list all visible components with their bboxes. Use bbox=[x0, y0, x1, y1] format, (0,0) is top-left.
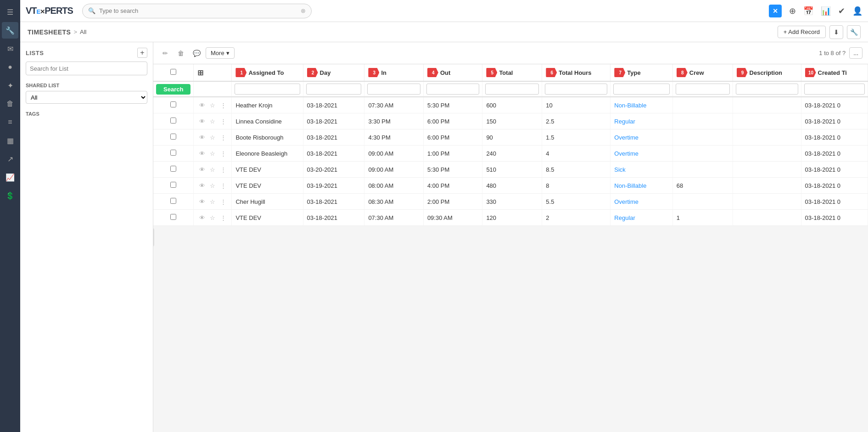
filter-crew[interactable] bbox=[672, 81, 733, 97]
row-eye-icon[interactable]: 👁 bbox=[197, 181, 207, 190]
search-button[interactable]: Search bbox=[156, 84, 190, 95]
row-more-icon[interactable]: ⋮ bbox=[218, 149, 228, 158]
filter-out-input[interactable] bbox=[426, 84, 480, 95]
delete-button[interactable]: 🗑 bbox=[174, 47, 187, 60]
row-more-icon[interactable]: ⋮ bbox=[218, 165, 228, 174]
filter-in[interactable] bbox=[364, 81, 424, 97]
row-eye-icon[interactable]: 👁 bbox=[197, 133, 207, 142]
more-dropdown-button[interactable]: More ▾ bbox=[206, 47, 235, 59]
chart-icon[interactable]: 📊 bbox=[821, 6, 831, 16]
more-options-button[interactable]: ... bbox=[849, 47, 862, 59]
row-eye-icon[interactable]: 👁 bbox=[197, 165, 207, 174]
row-star-icon[interactable]: ☆ bbox=[208, 117, 217, 126]
filter-day-input[interactable] bbox=[306, 84, 362, 95]
row-star-icon[interactable]: ☆ bbox=[208, 133, 217, 142]
row-type[interactable]: Sick bbox=[610, 162, 673, 178]
row-eye-icon[interactable]: 👁 bbox=[197, 101, 207, 110]
add-list-button[interactable]: + bbox=[137, 48, 147, 58]
filter-type[interactable] bbox=[610, 81, 673, 97]
inbox-icon[interactable]: ✉ bbox=[2, 40, 18, 57]
settings-button[interactable]: 🔧 bbox=[847, 25, 861, 39]
filter-total-input[interactable] bbox=[485, 84, 539, 95]
row-eye-icon[interactable]: 👁 bbox=[197, 149, 207, 158]
row-type[interactable]: Regular bbox=[610, 113, 673, 129]
row-type[interactable]: Non-Billable bbox=[610, 97, 673, 113]
row-more-icon[interactable]: ⋮ bbox=[218, 197, 228, 206]
filter-crew-input[interactable] bbox=[676, 84, 730, 95]
row-checkbox[interactable] bbox=[170, 150, 176, 156]
row-more-icon[interactable]: ⋮ bbox=[218, 133, 228, 142]
global-search-bar[interactable]: 🔍 ⊗ bbox=[82, 4, 312, 18]
filter-assigned-to[interactable] bbox=[232, 81, 303, 97]
filter-total[interactable] bbox=[482, 81, 542, 97]
row-checkbox[interactable] bbox=[170, 118, 176, 123]
row-star-icon[interactable]: ☆ bbox=[208, 165, 217, 174]
search-list-input[interactable] bbox=[26, 62, 147, 75]
row-star-icon[interactable]: ☆ bbox=[208, 101, 217, 110]
dollar-icon[interactable]: 💲 bbox=[2, 187, 18, 204]
select-all-checkbox[interactable] bbox=[170, 69, 176, 75]
filter-description-input[interactable] bbox=[736, 84, 798, 95]
bell-icon[interactable]: ● bbox=[2, 59, 18, 75]
row-checkbox[interactable] bbox=[170, 182, 176, 188]
row-star-icon[interactable]: ☆ bbox=[208, 181, 217, 190]
vtexperts-icon[interactable]: ✕ bbox=[769, 5, 782, 17]
shared-list-select[interactable]: All bbox=[26, 91, 147, 104]
row-created: 03-18-2021 0 bbox=[801, 194, 868, 210]
user-icon[interactable]: 👤 bbox=[852, 6, 862, 16]
filter-day[interactable] bbox=[303, 81, 364, 97]
add-icon[interactable]: ⊕ bbox=[789, 6, 796, 16]
clear-search-icon[interactable]: ⊗ bbox=[301, 7, 306, 14]
puzzle-icon[interactable]: ✦ bbox=[2, 77, 18, 94]
row-in: 07:30 AM bbox=[364, 97, 424, 113]
row-checkbox[interactable] bbox=[170, 214, 176, 220]
filter-created[interactable] bbox=[801, 81, 868, 97]
row-checkbox[interactable] bbox=[170, 101, 176, 107]
row-more-icon[interactable]: ⋮ bbox=[218, 117, 228, 126]
row-star-icon[interactable]: ☆ bbox=[208, 213, 217, 222]
row-type[interactable]: Regular bbox=[610, 210, 673, 226]
row-type[interactable]: Non-Billable bbox=[610, 178, 673, 194]
breadcrumb-actions: + Add Record ⬇ 🔧 bbox=[778, 25, 861, 39]
download-button[interactable]: ⬇ bbox=[829, 25, 843, 39]
wrench-icon[interactable]: 🔧 bbox=[2, 22, 18, 39]
row-more-icon[interactable]: ⋮ bbox=[218, 213, 228, 222]
row-eye-icon[interactable]: 👁 bbox=[197, 197, 207, 206]
trash-icon[interactable]: 🗑 bbox=[2, 95, 18, 112]
line-chart-icon[interactable]: 📈 bbox=[2, 169, 18, 185]
row-checkbox[interactable] bbox=[170, 198, 176, 204]
hamburger-menu-icon[interactable]: ☰ bbox=[2, 4, 18, 20]
col-out: 4 Out bbox=[423, 64, 482, 81]
row-checkbox[interactable] bbox=[170, 134, 176, 140]
search-row-spacer bbox=[194, 81, 232, 97]
filter-created-input[interactable] bbox=[804, 84, 865, 95]
comment-button[interactable]: 💬 bbox=[190, 47, 203, 60]
global-search-input[interactable] bbox=[99, 7, 297, 14]
row-eye-icon[interactable]: 👁 bbox=[197, 213, 207, 222]
row-star-icon[interactable]: ☆ bbox=[208, 149, 217, 158]
filter-in-input[interactable] bbox=[367, 84, 420, 95]
row-checkbox[interactable] bbox=[170, 166, 176, 172]
share-icon[interactable]: ↗ bbox=[2, 151, 18, 167]
filter-total-hours[interactable] bbox=[542, 81, 610, 97]
collapse-panel-button[interactable]: ◀ bbox=[153, 228, 154, 247]
row-more-icon[interactable]: ⋮ bbox=[218, 101, 228, 110]
filter-out[interactable] bbox=[423, 81, 482, 97]
filter-type-input[interactable] bbox=[613, 84, 670, 95]
add-record-button[interactable]: + Add Record bbox=[778, 26, 826, 38]
row-type[interactable]: Overtime bbox=[610, 129, 673, 146]
bar-chart-icon[interactable]: ▦ bbox=[2, 132, 18, 149]
filter-total-hours-input[interactable] bbox=[545, 84, 607, 95]
edit-button[interactable]: ✏ bbox=[159, 47, 172, 60]
row-eye-icon[interactable]: 👁 bbox=[197, 117, 207, 126]
row-type[interactable]: Overtime bbox=[610, 146, 673, 162]
calendar-icon[interactable]: 📅 bbox=[803, 6, 813, 16]
document-list-icon[interactable]: ≡ bbox=[2, 114, 18, 130]
row-more-icon[interactable]: ⋮ bbox=[218, 181, 228, 190]
row-actions-cell: 👁 ☆ ⋮ bbox=[194, 194, 232, 210]
task-icon[interactable]: ✔ bbox=[838, 6, 845, 16]
row-type[interactable]: Overtime bbox=[610, 194, 673, 210]
filter-assigned-to-input[interactable] bbox=[235, 84, 300, 95]
row-star-icon[interactable]: ☆ bbox=[208, 197, 217, 206]
filter-description[interactable] bbox=[733, 81, 801, 97]
